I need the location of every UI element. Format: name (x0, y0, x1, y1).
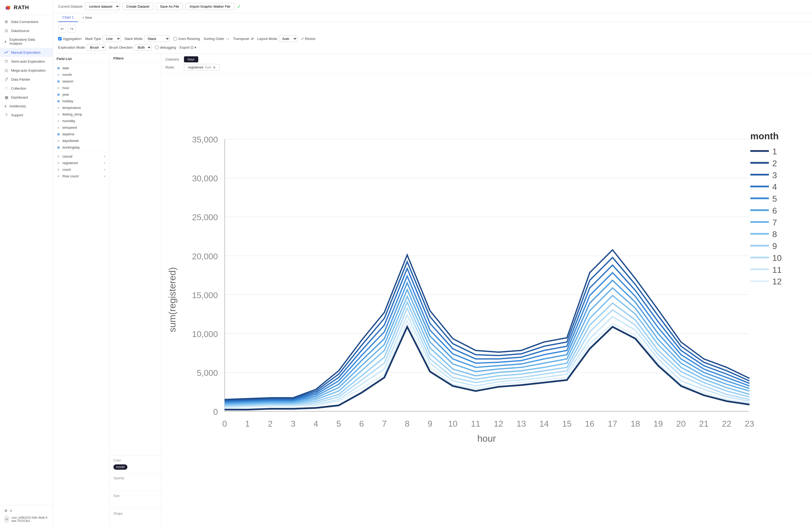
rows-chevron-icon: ∨ (213, 65, 216, 69)
footer-icons: ⚙ ≡ (4, 509, 48, 513)
svg-text:6: 6 (772, 206, 777, 216)
color-tag[interactable]: month (113, 464, 127, 470)
size-drop-area[interactable] (112, 499, 159, 507)
chart-legend: month 1 2 3 4 5 6 7 (750, 131, 782, 287)
current-dataset-select[interactable]: context dataset (85, 3, 120, 10)
rows-tag[interactable]: registered Sum ∨ (184, 64, 220, 71)
undo-button[interactable]: ↩ (58, 25, 66, 33)
transpose-icon[interactable]: ⇄ (251, 37, 254, 41)
resize-button[interactable]: ⤢ Resize (301, 37, 316, 41)
chart-config: Columns hour Rows registered Sum ∨ (161, 54, 812, 73)
sorting-order-control: Sorting Order ↑↓ (204, 37, 229, 41)
list-item[interactable]: ▣ season (53, 78, 110, 85)
svg-text:10: 10 (772, 253, 782, 263)
sidebar-item-datasource[interactable]: ⊡ DataSource (0, 26, 53, 35)
svg-text:12: 12 (772, 277, 782, 286)
svg-text:5,000: 5,000 (197, 368, 218, 378)
list-item[interactable]: # casual ∨ (53, 153, 110, 160)
logo-bird-icon (4, 4, 12, 11)
redo-button[interactable]: ↪ (68, 25, 76, 33)
export-button[interactable]: Export ⊡ ▾ (180, 45, 197, 49)
resize-icon: ⤢ (301, 37, 304, 41)
sidebar-item-mega-auto[interactable]: Mega-auto Exploration (0, 66, 53, 75)
save-as-file-button[interactable]: Save As File (156, 3, 183, 10)
sidebar-item-semi-auto[interactable]: Semi-auto Exploration (0, 57, 53, 66)
list-item[interactable]: # Row count ∨ (53, 173, 110, 179)
sidebar-group-insiders[interactable]: ∧ Insiders(α) (0, 102, 53, 111)
list-item[interactable]: # feeling_temp (53, 111, 110, 118)
sidebar-item-data-painter[interactable]: Data Painter (0, 75, 53, 84)
svg-text:35,000: 35,000 (192, 135, 218, 144)
debugging-label[interactable]: debugging (155, 45, 176, 49)
sidebar: RATH ⊞ Data Connections ⊡ DataSource ∧ E… (0, 0, 53, 526)
chart-controls: ↩ ↪ Aggregation Mark Type LineBarPointAr… (53, 22, 812, 54)
svg-marker-5 (10, 6, 11, 7)
svg-text:19: 19 (653, 419, 663, 428)
semi-auto-icon (4, 59, 9, 63)
tab-chart1[interactable]: Chart 1 (58, 13, 78, 22)
exploration-mode-select[interactable]: BrushPointNone (86, 44, 105, 51)
svg-text:11: 11 (471, 419, 480, 428)
create-dataset-button[interactable]: Create Dataset (122, 3, 153, 10)
svg-text:8: 8 (405, 419, 410, 428)
sidebar-item-support[interactable]: ? Support (0, 111, 53, 119)
list-item[interactable]: # hour (53, 85, 110, 91)
list-item[interactable]: # count ∨ (53, 166, 110, 173)
avatar: ○ (4, 515, 9, 523)
shape-drop-area[interactable] (112, 516, 159, 524)
expand-icon: ∨ (104, 174, 106, 178)
list-item[interactable]: ▣ date (53, 65, 110, 71)
expand-icon: ∨ (104, 161, 106, 165)
settings-icon[interactable]: ⚙ (4, 509, 8, 513)
tab-new[interactable]: + New (79, 14, 96, 22)
sidebar-item-manual-exploration[interactable]: Manual Exploration (0, 48, 53, 57)
layout-mode-select[interactable]: AutoFixed (279, 35, 298, 42)
svg-text:5: 5 (336, 419, 341, 428)
columns-row: Columns hour (165, 56, 808, 62)
dim-icon: ▣ (57, 93, 60, 96)
brush-direction-select[interactable]: BothXY (134, 44, 151, 51)
size-section: Size (110, 491, 161, 508)
sidebar-item-data-connections[interactable]: ⊞ Data Connections (0, 17, 53, 26)
svg-text:month: month (750, 131, 779, 141)
svg-text:23: 23 (745, 419, 754, 428)
list-item[interactable]: # humidity (53, 118, 110, 124)
mark-type-select[interactable]: LineBarPointArea (103, 35, 121, 42)
columns-tag[interactable]: hour (184, 56, 198, 62)
list-item[interactable]: ▣ holiday (53, 98, 110, 104)
list-item[interactable]: # registered ∨ (53, 160, 110, 166)
logo-text: RATH (14, 4, 29, 11)
axes-resizing-checkbox[interactable] (173, 37, 177, 41)
opacity-drop-area[interactable] (112, 481, 159, 489)
stack-mode-select[interactable]: StackNormalizeNone (144, 35, 170, 42)
stack-mode-control: Stack Mode StackNormalizeNone (125, 35, 170, 42)
import-graphic-walker-button[interactable]: Import Graphic Walker File (186, 3, 234, 10)
sidebar-group-eda[interactable]: ∧ Exploratory Data Analysis (0, 35, 53, 48)
database-icon: ⊞ (4, 19, 9, 24)
sidebar-item-dashboard[interactable]: ▦ Dashboard (0, 93, 53, 102)
svg-text:3: 3 (291, 419, 295, 428)
svg-text:0: 0 (213, 407, 218, 417)
list-item[interactable]: ▣ workingday (53, 144, 110, 151)
list-item[interactable]: # temperature (53, 104, 110, 111)
svg-text:9: 9 (772, 241, 777, 251)
svg-text:7: 7 (772, 218, 777, 227)
sort-asc-icon[interactable]: ↑↓ (226, 37, 229, 41)
aggregation-checkbox-label[interactable]: Aggregation (58, 37, 82, 41)
field-separator (53, 152, 110, 152)
sidebar-item-collection[interactable]: ♡ Collection (0, 84, 53, 93)
hash-icon: # (57, 86, 60, 90)
line-month-11 (225, 315, 750, 407)
axes-resizing-label[interactable]: Axes Resizing (173, 37, 200, 41)
color-drop-area[interactable]: month (112, 463, 159, 471)
expand-icon[interactable]: ≡ (10, 509, 12, 513)
list-item[interactable]: ▣ daytime (53, 131, 110, 137)
undo-redo-row: ↩ ↪ (58, 25, 807, 33)
list-item[interactable]: # month (53, 71, 110, 78)
list-item[interactable]: # dayofweek (53, 137, 110, 144)
list-item[interactable]: ▣ year (53, 91, 110, 98)
aggregation-checkbox[interactable] (58, 37, 62, 41)
debugging-checkbox[interactable] (155, 46, 159, 49)
list-item[interactable]: # winspeed (53, 124, 110, 131)
chart-icon (4, 50, 9, 55)
